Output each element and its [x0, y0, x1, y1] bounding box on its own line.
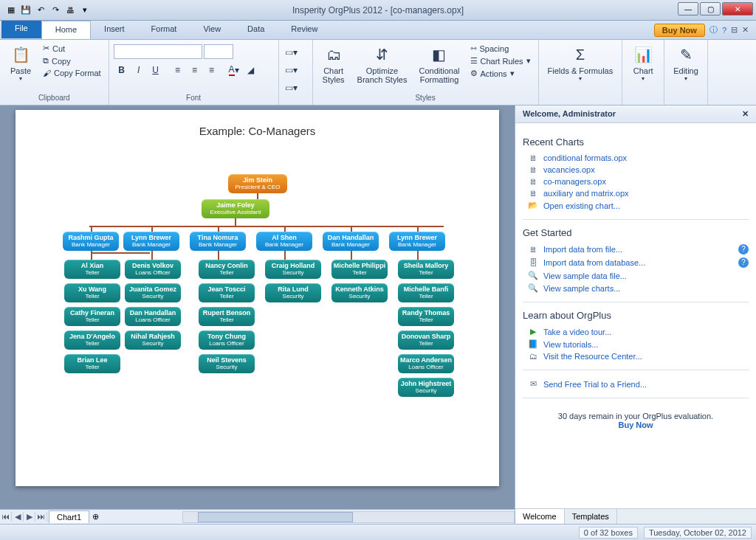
print-icon[interactable]: 🖶 — [63, 4, 77, 17]
qat-dropdown-icon[interactable]: ▾ — [78, 4, 92, 17]
org-node[interactable]: Jean ToscciTeller — [199, 283, 255, 302]
bold-button[interactable]: B — [114, 62, 130, 78]
conditional-formatting-button[interactable]: ◧Conditional Formatting — [414, 41, 464, 86]
org-node[interactable]: Tina NomuraBank Manager — [190, 232, 246, 251]
sheet-last-button[interactable]: ⏭ — [35, 512, 47, 522]
sheet-first-button[interactable]: ⏮ — [0, 512, 12, 522]
minimize-button[interactable]: — — [678, 2, 698, 15]
shape-outline-button[interactable]: ▭▾ — [284, 62, 300, 78]
recent-chart-link[interactable]: 🗎auxiliary and matrix.opx — [523, 187, 749, 199]
org-chart[interactable]: Jim SteinPresident & CEOJaime FoleyExecu… — [16, 137, 499, 181]
panel-tab-templates[interactable]: Templates — [565, 509, 617, 524]
org-node[interactable]: Xu WangTeller — [64, 283, 120, 302]
info-icon[interactable]: ⓘ — [709, 24, 718, 35]
video-tour-link[interactable]: ▶Take a video tour... — [523, 325, 749, 338]
org-node[interactable]: Lynn BrewerBank Manager — [389, 232, 445, 251]
mdi-close-icon[interactable]: ✕ — [742, 25, 749, 35]
org-node[interactable]: Randy ThomasTeller — [398, 307, 454, 326]
underline-button[interactable]: U — [148, 62, 164, 78]
undo-icon[interactable]: ↶ — [34, 4, 47, 17]
buy-now-button[interactable]: Buy Now — [654, 24, 705, 37]
org-node[interactable]: Rashmi GuptaBank Manager — [63, 232, 119, 251]
tab-format[interactable]: Format — [138, 21, 190, 39]
help-badge-icon[interactable]: ? — [738, 244, 749, 255]
org-node[interactable]: Al ShenBank Manager — [256, 232, 312, 251]
chart-styles-button[interactable]: 🗂Chart Styles — [317, 41, 350, 86]
font-family-select[interactable] — [114, 44, 202, 59]
org-node[interactable]: John HighstreetSecurity — [398, 378, 454, 397]
copy-button[interactable]: ⧉Copy — [40, 55, 104, 66]
copy-format-button[interactable]: 🖌Copy Format — [40, 68, 104, 78]
org-node[interactable]: Al XianTeller — [64, 260, 120, 279]
open-existing-link[interactable]: 📂Open existing chart... — [523, 199, 749, 212]
chart-button[interactable]: 📊Chart▾ — [627, 41, 659, 83]
tab-insert[interactable]: Insert — [91, 21, 138, 39]
font-size-select[interactable] — [204, 44, 233, 59]
sheet-tab[interactable]: Chart1 — [49, 510, 89, 523]
eval-buy-now-link[interactable]: Buy Now — [618, 420, 653, 429]
italic-button[interactable]: I — [131, 62, 147, 78]
org-node[interactable]: Denis VolkovLoans Officer — [125, 260, 181, 279]
fields-formulas-button[interactable]: ΣFields & Formulas▾ — [543, 41, 618, 83]
org-node[interactable]: Jaime FoleyExecutive Assistant — [202, 199, 269, 218]
save-icon[interactable]: 💾 — [19, 4, 32, 17]
canvas-scroll[interactable]: Example: Co-Managers Jim SteinPresident … — [0, 105, 515, 509]
sheet-prev-button[interactable]: ◀ — [12, 512, 24, 522]
tutorials-link[interactable]: 📘View tutorials... — [523, 338, 749, 350]
spacing-button[interactable]: ⇿Spacing — [467, 43, 534, 54]
org-node[interactable]: Brian LeeTeller — [64, 354, 120, 373]
recent-chart-link[interactable]: 🗎co-managers.opx — [523, 176, 749, 187]
org-node[interactable]: Jena D'AngeloTeller — [64, 330, 120, 350]
add-sheet-button[interactable]: ⊕ — [89, 512, 102, 522]
org-node[interactable]: Dan HandallanLoans Officer — [125, 307, 181, 326]
sample-charts-link[interactable]: 🔍View sample charts... — [523, 282, 749, 294]
recent-chart-link[interactable]: 🗎vacancies.opx — [523, 164, 749, 176]
help-icon[interactable]: ? — [722, 26, 726, 35]
align-right-button[interactable]: ≡ — [204, 62, 220, 78]
import-db-link[interactable]: 🗄Import data from database...? — [523, 256, 749, 269]
paste-button[interactable]: 📋 Paste ▾ — [4, 41, 37, 83]
org-node[interactable]: Dan HandallanBank Manager — [323, 232, 379, 251]
org-node[interactable]: Kenneth AtkinsSecurity — [331, 283, 388, 302]
org-node[interactable]: Marco AndersenLoans Officer — [398, 354, 454, 373]
org-node[interactable]: Cathy FineranTeller — [64, 307, 120, 326]
tab-review[interactable]: Review — [278, 21, 331, 39]
scrollbar-thumb[interactable] — [198, 512, 353, 522]
resource-center-link[interactable]: 🗂Visit the Resource Center... — [523, 350, 749, 362]
org-node[interactable]: Tony ChungLoans Officer — [199, 330, 255, 350]
help-badge-icon[interactable]: ? — [738, 257, 749, 268]
org-node[interactable]: Nihal RahjeshSecurity — [125, 330, 181, 350]
send-trial-link[interactable]: ✉Send Free Trial to a Friend... — [523, 378, 749, 390]
org-node[interactable]: Donovan SharpTeller — [398, 330, 454, 350]
org-node[interactable]: Juanita GomezSecurity — [125, 283, 181, 302]
org-node[interactable]: Jim SteinPresident & CEO — [228, 174, 287, 193]
org-node[interactable]: Craig HollandSecurity — [265, 260, 321, 279]
panel-tab-welcome[interactable]: Welcome — [515, 509, 565, 524]
actions-button[interactable]: ⚙Actions ▾ — [467, 68, 534, 79]
org-node[interactable]: Michelle PhilippiTeller — [331, 260, 388, 279]
tab-data[interactable]: Data — [234, 21, 278, 39]
org-node[interactable]: Rita LundSecurity — [265, 283, 321, 302]
align-left-button[interactable]: ≡ — [170, 62, 186, 78]
shape-style-button[interactable]: ▭▾ — [284, 80, 300, 96]
horizontal-scrollbar[interactable] — [182, 511, 515, 523]
panel-close-icon[interactable]: ✕ — [742, 109, 749, 119]
org-node[interactable]: Rupert BensonTeller — [199, 307, 255, 326]
ribbon-minimize-icon[interactable]: ⊟ — [731, 25, 738, 35]
tab-file[interactable]: File — [1, 21, 41, 38]
org-node[interactable]: Nancy ConlinTeller — [199, 260, 255, 279]
optimize-button[interactable]: ⇵Optimize Branch Styles — [353, 41, 412, 86]
import-file-link[interactable]: 🗎Import data from file...? — [523, 243, 749, 256]
chart-rules-button[interactable]: ☰Chart Rules ▾ — [467, 55, 534, 66]
sheet-next-button[interactable]: ▶ — [24, 512, 35, 522]
redo-icon[interactable]: ↷ — [49, 4, 62, 17]
align-center-button[interactable]: ≡ — [187, 62, 203, 78]
org-node[interactable]: Michelle BanfiTeller — [398, 283, 454, 302]
font-color-button[interactable]: A▾ — [226, 62, 242, 78]
sample-data-link[interactable]: 🔍View sample data file... — [523, 269, 749, 282]
tab-view[interactable]: View — [190, 21, 234, 39]
org-node[interactable]: Lynn BrewerBank Manager — [123, 232, 179, 251]
highlight-button[interactable]: ◢ — [243, 62, 259, 78]
tab-home[interactable]: Home — [41, 21, 91, 39]
shape-fill-button[interactable]: ▭▾ — [284, 44, 300, 60]
